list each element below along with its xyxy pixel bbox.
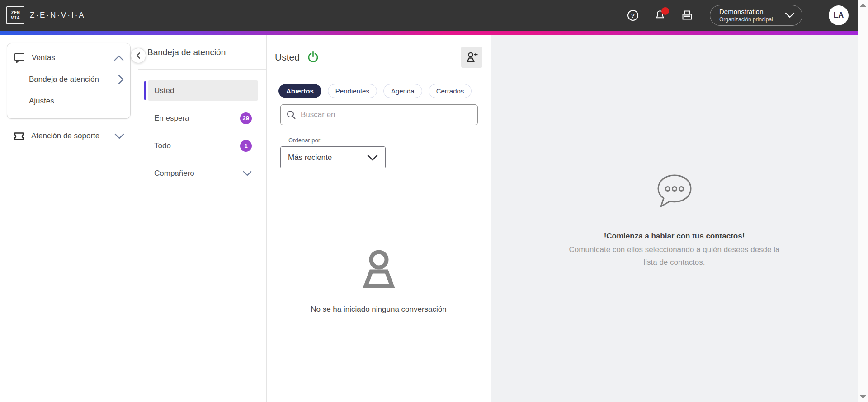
sidebar-item-ventas[interactable]: Ventas bbox=[14, 49, 124, 67]
topbar: ZENVIA Z·E·N·V·I·A ? bbox=[0, 0, 858, 31]
chevron-up-icon bbox=[114, 55, 124, 61]
speech-bubble-dots-icon bbox=[654, 173, 695, 211]
svg-text:?: ? bbox=[631, 12, 635, 19]
sort-select[interactable]: Más reciente bbox=[280, 146, 386, 168]
inbox-panel: Bandeja de atención Usted En espera 29 T… bbox=[138, 35, 267, 402]
search-icon bbox=[286, 110, 296, 120]
organization-name: Demonstration bbox=[719, 8, 773, 16]
person-add-icon bbox=[466, 51, 478, 64]
zenvia-logo-icon: ZENVIA bbox=[6, 6, 24, 24]
inbox-item-companero[interactable]: Compañero bbox=[148, 163, 258, 183]
chevron-down-icon bbox=[243, 171, 252, 176]
conversations-empty-state: No se ha iniciado ninguna conversación bbox=[267, 248, 491, 314]
brand-name: Z·E·N·V·I·A bbox=[30, 11, 85, 20]
topbar-actions: ? Demonstration Orga bbox=[612, 5, 858, 26]
chat-empty-subtitle: Comunícate con ellos seleccionando a qui… bbox=[567, 243, 782, 269]
collapse-panel-button[interactable] bbox=[131, 48, 146, 63]
sort-select-value: Más reciente bbox=[288, 153, 332, 162]
chat-area: !Comienza a hablar con tus contactos! Co… bbox=[491, 35, 858, 402]
tab-agenda[interactable]: Agenda bbox=[383, 84, 422, 98]
inbox-item-label: Todo bbox=[154, 141, 171, 150]
sidebar-subitem-label: Ajustes bbox=[29, 97, 54, 106]
scroll-up-arrow-icon[interactable] bbox=[860, 3, 866, 7]
inbox-item-label: En espera bbox=[154, 114, 189, 123]
chevron-down-icon bbox=[114, 133, 124, 139]
notification-dot bbox=[661, 7, 669, 15]
chevron-right-icon bbox=[118, 75, 124, 84]
sidebar-item-bandeja-de-atencion[interactable]: Bandeja de atención bbox=[29, 70, 124, 89]
ticket-icon bbox=[13, 130, 25, 142]
sidebar-item-label: Atención de soporte bbox=[31, 131, 99, 140]
tab-cerrados[interactable]: Cerrados bbox=[429, 84, 472, 98]
zenvia-logo[interactable]: ZENVIA Z·E·N·V·I·A bbox=[6, 6, 85, 24]
app-window: ZENVIA Z·E·N·V·I·A ? bbox=[0, 0, 858, 402]
inbox-item-en-espera[interactable]: En espera 29 bbox=[148, 108, 258, 128]
empty-state-text: No se ha iniciado ninguna conversación bbox=[311, 305, 447, 314]
chat-bubble-icon bbox=[14, 52, 25, 64]
status-filter-tabs: Abiertos Pendientes Agenda Cerrados bbox=[267, 79, 491, 98]
person-silhouette-icon bbox=[356, 248, 401, 293]
inbox-item-todo[interactable]: Todo 1 bbox=[148, 136, 258, 156]
notifications-bell-icon[interactable] bbox=[654, 9, 666, 22]
search-input[interactable] bbox=[301, 110, 472, 119]
count-badge: 1 bbox=[240, 140, 252, 152]
conversations-panel: Usted Abiertos bbox=[267, 35, 491, 402]
sidebar-item-label: Ventas bbox=[32, 53, 55, 62]
organization-switcher[interactable]: Demonstration Organización principal bbox=[710, 5, 802, 26]
sidebar-item-ajustes[interactable]: Ajustes bbox=[29, 92, 124, 110]
tab-pendientes[interactable]: Pendientes bbox=[328, 84, 377, 98]
chevron-down-icon bbox=[785, 12, 795, 19]
inbox-item-usted[interactable]: Usted bbox=[148, 80, 258, 101]
add-contact-button[interactable] bbox=[461, 47, 482, 68]
online-status-power-icon[interactable] bbox=[307, 51, 320, 64]
organization-subtitle: Organización principal bbox=[719, 16, 773, 23]
user-avatar[interactable]: LA bbox=[829, 5, 849, 25]
chevron-down-icon bbox=[367, 154, 378, 161]
main-sidebar: Ventas Bandeja de atención Ajustes bbox=[0, 35, 138, 402]
inbox-item-label: Compañero bbox=[154, 169, 194, 178]
inbox-title: Bandeja de atención bbox=[138, 35, 266, 70]
sidebar-subitem-label: Bandeja de atención bbox=[29, 75, 99, 84]
inbox-item-label: Usted bbox=[154, 86, 174, 95]
conversations-header: Usted bbox=[267, 35, 491, 79]
conversations-title: Usted bbox=[275, 52, 300, 63]
help-icon[interactable]: ? bbox=[627, 9, 639, 22]
window-scrollbar[interactable] bbox=[858, 0, 868, 402]
inbox-list: Usted En espera 29 Todo 1 Compañero bbox=[138, 70, 266, 183]
ventas-nav-card: Ventas Bandeja de atención Ajustes bbox=[7, 43, 131, 119]
chat-empty-title: !Comienza a hablar con tus contactos! bbox=[604, 232, 745, 241]
tab-abiertos[interactable]: Abiertos bbox=[278, 84, 321, 98]
printer-icon[interactable] bbox=[681, 9, 693, 22]
sort-by-label: Ordenar por: bbox=[288, 137, 491, 144]
count-badge: 29 bbox=[240, 112, 252, 124]
search-box bbox=[280, 104, 478, 125]
sidebar-item-atencion-de-soporte[interactable]: Atención de soporte bbox=[13, 126, 124, 146]
brand-gradient-bar bbox=[0, 31, 858, 35]
selected-accent-bar bbox=[144, 81, 146, 100]
chevron-left-icon bbox=[136, 52, 141, 59]
scroll-down-arrow-icon[interactable] bbox=[860, 395, 866, 399]
